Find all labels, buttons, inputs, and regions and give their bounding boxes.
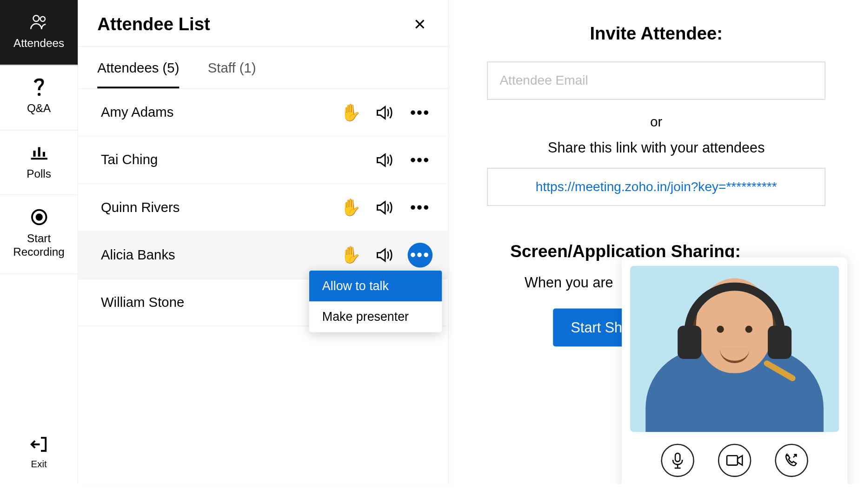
mic-icon: [671, 452, 684, 469]
camera-icon: [726, 454, 744, 467]
exit-icon: [29, 434, 49, 454]
sidebar-label: Q&A: [27, 102, 51, 115]
attendee-name: Quinn Rivers: [94, 199, 341, 215]
attendee-row: Alicia Banks ✋ ••• Allow to talk Make pr…: [78, 232, 448, 279]
sidebar-label: Exit: [31, 459, 47, 470]
close-icon: ✕: [413, 15, 426, 34]
invite-title: Invite Attendee:: [482, 24, 831, 44]
attendee-row: Amy Adams ✋ •••: [78, 89, 448, 136]
svg-point-1: [40, 17, 45, 21]
attendee-context-menu: Allow to talk Make presenter: [309, 271, 442, 332]
tab-staff[interactable]: Staff (1): [208, 47, 256, 88]
attendee-row: Quinn Rivers ✋ •••: [78, 184, 448, 232]
attendee-row: Tai Ching •••: [78, 136, 448, 184]
main-content: Invite Attendee: or Share this link with…: [449, 0, 864, 484]
svg-rect-3: [33, 151, 35, 157]
svg-rect-5: [42, 152, 45, 156]
more-button[interactable]: •••: [408, 242, 433, 267]
person-illustration: [630, 266, 839, 432]
tabs: Attendees (5) Staff (1): [78, 47, 448, 89]
sidebar: Attendees Q&A Polls: [0, 0, 78, 484]
record-icon: [29, 207, 49, 227]
svg-rect-9: [675, 453, 680, 462]
attendees-icon: [29, 12, 49, 32]
svg-point-0: [33, 15, 39, 21]
more-button[interactable]: •••: [408, 147, 433, 172]
video-controls: [630, 432, 839, 481]
panel-header: Attendee List ✕: [78, 0, 448, 47]
sidebar-item-exit[interactable]: Exit: [0, 423, 78, 484]
svg-point-2: [37, 93, 40, 95]
phone-icon: [784, 453, 799, 468]
raised-hand-icon: ✋: [340, 198, 361, 217]
more-button[interactable]: •••: [408, 100, 433, 125]
speaker-button[interactable]: [376, 246, 393, 263]
leave-call-button[interactable]: [775, 444, 808, 477]
tab-attendees[interactable]: Attendees (5): [97, 47, 179, 88]
sidebar-label: Attendees: [13, 37, 64, 50]
video-panel: [622, 258, 847, 484]
share-link-box[interactable]: https://meeting.zoho.in/join?key=*******…: [487, 168, 825, 206]
speaker-button[interactable]: [376, 199, 393, 216]
raised-hand-icon: ✋: [340, 245, 361, 265]
attendee-name: Tai Ching: [94, 152, 376, 168]
more-button[interactable]: •••: [408, 195, 433, 220]
sidebar-label: Polls: [27, 167, 51, 180]
sidebar-item-attendees[interactable]: Attendees: [0, 0, 78, 65]
attendee-name: Amy Adams: [94, 105, 341, 120]
sidebar-item-polls[interactable]: Polls: [0, 130, 78, 195]
attendee-panel: Attendee List ✕ Attendees (5) Staff (1) …: [78, 0, 448, 484]
svg-point-8: [35, 214, 42, 221]
svg-rect-6: [31, 158, 47, 159]
close-button[interactable]: ✕: [411, 15, 429, 33]
attendee-email-input[interactable]: [487, 62, 825, 100]
camera-button[interactable]: [718, 444, 751, 477]
panel-title: Attendee List: [97, 14, 210, 34]
polls-icon: [29, 142, 49, 162]
svg-rect-4: [38, 147, 40, 156]
video-thumbnail: [630, 266, 839, 432]
sidebar-item-qa[interactable]: Q&A: [0, 65, 78, 130]
question-icon: [29, 77, 49, 97]
or-text: or: [482, 114, 831, 130]
mic-button[interactable]: [661, 444, 694, 477]
sidebar-label: Start Recording: [2, 232, 75, 259]
raised-hand-icon: ✋: [340, 103, 361, 122]
speaker-button[interactable]: [376, 104, 393, 121]
svg-rect-10: [727, 456, 738, 465]
share-link-text: Share this link with your attendees: [482, 139, 831, 156]
share-link: https://meeting.zoho.in/join?key=*******…: [536, 179, 777, 194]
menu-make-presenter[interactable]: Make presenter: [309, 301, 442, 332]
menu-allow-to-talk[interactable]: Allow to talk: [309, 271, 442, 301]
attendee-name: Alicia Banks: [94, 247, 341, 263]
sidebar-item-recording[interactable]: Start Recording: [0, 195, 78, 274]
speaker-button[interactable]: [376, 152, 393, 168]
